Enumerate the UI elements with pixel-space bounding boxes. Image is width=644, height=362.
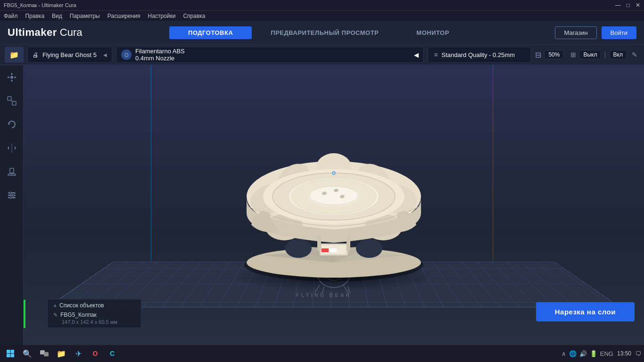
svg-point-52 (285, 239, 312, 258)
menu-params[interactable]: Параметры (70, 13, 100, 19)
layer-on-value[interactable]: Вкл (609, 50, 627, 59)
menu-extensions[interactable]: Расширения (107, 13, 140, 19)
svg-rect-9 (8, 97, 11, 100)
nav-tabs: ПОДГОТОВКА ПРЕДВАРИТЕЛЬНЫЙ ПРОСМОТР МОНИ… (82, 26, 555, 39)
svg-rect-63 (11, 350, 15, 354)
tab-prepare[interactable]: ПОДГОТОВКА (169, 26, 252, 39)
notification-center-icon[interactable]: 🗨 (635, 350, 641, 357)
quality-label: Standard Quality - 0.25mm (442, 51, 515, 58)
svg-rect-57 (330, 248, 337, 252)
logo-cura: Cura (60, 26, 83, 39)
svg-point-23 (12, 194, 14, 196)
maximize-button[interactable]: □ (627, 2, 630, 8)
sound-icon[interactable]: 🔊 (579, 350, 587, 357)
svg-rect-65 (11, 354, 15, 358)
app-logo: Ultimaker Cura (8, 26, 82, 39)
start-button[interactable] (3, 346, 18, 361)
tab-monitor[interactable]: МОНИТОР (397, 26, 468, 39)
move-tool-button[interactable] (4, 70, 19, 85)
view-zoom-icon: ⊟ (535, 50, 541, 59)
search-button[interactable]: 🔍 (20, 346, 35, 361)
svg-point-24 (10, 197, 12, 198)
object-list-item: ✎ FBG5_Колпак (53, 311, 135, 319)
printer-selector[interactable]: 🖨 Flying Bear Ghost 5 ◀ (27, 47, 112, 63)
tray-expand[interactable]: ∧ (561, 350, 566, 357)
settings-tool-button[interactable] (4, 188, 19, 203)
menu-settings[interactable]: Настройки (148, 13, 176, 19)
svg-rect-19 (8, 192, 16, 194)
printer-icon: 🖨 (33, 51, 39, 58)
cura-taskbar-button[interactable]: C (105, 346, 120, 361)
svg-rect-58 (317, 237, 321, 251)
object-list-panel: ∧ Список объектов ✎ FBG5_Колпак 147.0 x … (47, 299, 141, 328)
telegram-button[interactable]: ✈ (71, 346, 86, 361)
svg-rect-56 (322, 248, 329, 252)
chevron-up-icon: ∧ (53, 303, 57, 308)
top-navigation: Ultimaker Cura ПОДГОТОВКА ПРЕДВАРИТЕЛЬНЫ… (0, 21, 644, 44)
mirror-tool-button[interactable] (4, 140, 19, 156)
svg-point-0 (10, 76, 13, 79)
svg-rect-16 (10, 168, 14, 173)
layer-off-value[interactable]: Выкл (579, 50, 601, 59)
material-text: Filamentarno ABS 0.4mm Nozzle (135, 48, 185, 62)
material-name: Filamentarno ABS (135, 48, 185, 55)
svg-rect-20 (8, 195, 16, 196)
edit-settings-button[interactable]: ✎ (630, 50, 639, 59)
shop-button[interactable]: Магазин (555, 26, 596, 39)
material-selector[interactable]: ⬡ Filamentarno ABS 0.4mm Nozzle ◀ (116, 47, 424, 63)
tab-preview[interactable]: ПРЕДВАРИТЕЛЬНЫЙ ПРОСМОТР (252, 26, 397, 39)
layer-icon: ⊞ (570, 51, 576, 58)
object-name: FBG5_Колпак (60, 312, 97, 318)
nav-right-buttons: Магазин Войти (555, 26, 636, 39)
svg-marker-15 (15, 146, 16, 150)
svg-point-53 (356, 239, 382, 258)
svg-rect-62 (7, 350, 10, 354)
slice-button[interactable]: Нарезка на слои (536, 302, 635, 321)
menu-edit[interactable]: Правка (25, 13, 45, 19)
svg-marker-12 (8, 123, 10, 125)
svg-marker-14 (8, 146, 9, 150)
minimize-button[interactable]: — (615, 2, 621, 8)
login-button[interactable]: Войти (602, 26, 636, 39)
explorer-button[interactable]: 📁 (54, 346, 69, 361)
system-tray: ∧ 🌐 🔊 🔋 ENG (561, 350, 613, 357)
green-indicator-line (24, 300, 25, 328)
svg-rect-59 (347, 237, 350, 251)
3d-object (216, 109, 452, 288)
object-list-header[interactable]: ∧ Список объектов (53, 302, 135, 309)
3d-viewport[interactable]: FLYING BEAR (24, 65, 644, 345)
folder-icon: 📁 (9, 50, 19, 59)
svg-rect-64 (7, 354, 10, 358)
support-tool-button[interactable] (4, 164, 19, 179)
menu-file[interactable]: Файл (4, 13, 18, 19)
menu-view[interactable]: Вид (52, 13, 62, 19)
system-clock[interactable]: 13:50 (617, 350, 631, 357)
svg-rect-10 (12, 101, 16, 105)
title-bar-text: FBG5_Колпак - Ultimaker Cura (4, 2, 76, 8)
scale-tool-button[interactable] (4, 93, 19, 108)
quality-selector[interactable]: ≡ Standard Quality - 0.25mm (428, 47, 531, 63)
close-button[interactable]: ✕ (636, 2, 640, 8)
boundary-right (493, 65, 493, 261)
svg-marker-8 (15, 76, 17, 78)
title-bar: FBG5_Колпак - Ultimaker Cura — □ ✕ (0, 0, 644, 10)
svg-marker-6 (11, 80, 13, 82)
svg-point-22 (9, 192, 11, 194)
battery-icon[interactable]: 🔋 (590, 350, 597, 357)
logo-ultimaker: Ultimaker (8, 26, 57, 39)
rotate-tool-button[interactable] (4, 117, 19, 132)
network-icon[interactable]: 🌐 (569, 350, 577, 357)
toolbar: 📁 🖨 Flying Bear Ghost 5 ◀ ⬡ Filamentarno… (0, 44, 644, 65)
window-controls[interactable]: — □ ✕ (615, 2, 640, 8)
windows-taskbar: 🔍 📁 ✈ O C ∧ 🌐 🔊 🔋 ENG 13:50 🗨 (0, 345, 644, 362)
menu-bar: Файл Правка Вид Параметры Расширения Нас… (0, 10, 644, 21)
lang-indicator[interactable]: ENG (600, 350, 613, 357)
main-area: FLYING BEAR (0, 65, 644, 345)
menu-help[interactable]: Справка (183, 13, 205, 19)
open-folder-button[interactable]: 📁 (5, 47, 24, 63)
task-view-button[interactable] (37, 346, 52, 361)
printer-dropdown-arrow: ◀ (103, 52, 107, 58)
zoom-value: 50% (544, 50, 564, 59)
taskbar-right: ∧ 🌐 🔊 🔋 ENG 13:50 🗨 (561, 350, 641, 357)
opera-button[interactable]: O (88, 346, 103, 361)
